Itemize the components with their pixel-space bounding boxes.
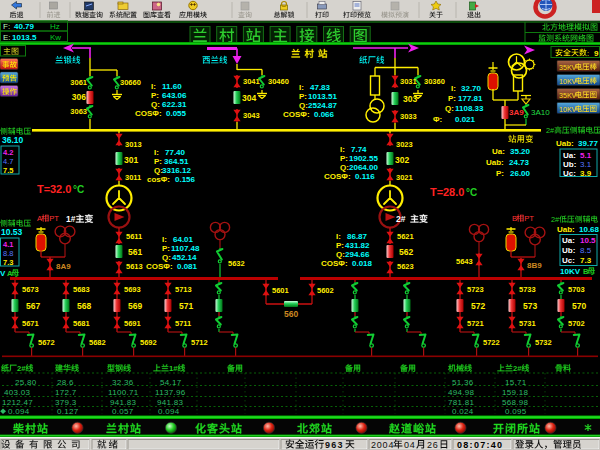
svg-text:0.055: 0.055 (166, 109, 187, 118)
svg-text:P:: P: (151, 91, 159, 100)
svg-text:561: 561 (128, 247, 142, 257)
svg-text:0.057: 0.057 (112, 407, 134, 416)
svg-text:562: 562 (399, 247, 413, 257)
svg-text:35KV: 35KV (559, 64, 577, 72)
svg-text:560: 560 (284, 309, 298, 319)
svg-text:I:: I: (336, 232, 341, 241)
svg-text:Ua:: Ua: (563, 151, 576, 160)
svg-text:PT: PT (524, 214, 534, 223)
svg-text:572: 572 (471, 301, 485, 311)
svg-text:0.018: 0.018 (352, 259, 373, 268)
svg-text:0.066: 0.066 (314, 110, 335, 119)
svg-text:P:: P: (496, 169, 504, 178)
svg-text:°C: °C (73, 184, 84, 195)
svg-text:304: 304 (242, 93, 256, 103)
svg-text:28.6: 28.6 (57, 378, 74, 387)
svg-text:V: V (0, 269, 6, 278)
svg-text:Kw: Kw (50, 33, 61, 42)
svg-text:P:: P: (162, 244, 170, 253)
svg-text:4.1: 4.1 (3, 240, 13, 249)
svg-text:10KV: 10KV (559, 78, 577, 86)
svg-text:32.70: 32.70 (461, 84, 482, 93)
svg-text:573: 573 (523, 301, 537, 311)
svg-text:26.00: 26.00 (510, 169, 531, 178)
svg-text:9: 9 (594, 49, 599, 58)
svg-text:3A10: 3A10 (531, 108, 550, 117)
svg-text:08:07:40: 08:07:40 (457, 440, 503, 450)
svg-text:1212.47: 1212.47 (2, 398, 33, 407)
svg-text:28.0: 28.0 (443, 186, 464, 198)
svg-text:172.7: 172.7 (55, 388, 77, 397)
svg-text:°C: °C (466, 187, 477, 198)
svg-text:I:: I: (162, 235, 167, 244)
svg-text:64.01: 64.01 (173, 235, 194, 244)
svg-text:10KV: 10KV (560, 267, 581, 276)
svg-text:5621: 5621 (397, 232, 414, 241)
svg-text:5711: 5711 (175, 319, 191, 328)
svg-text:PT: PT (49, 214, 59, 223)
svg-text:10.5: 10.5 (580, 236, 596, 245)
svg-text:3.9: 3.9 (580, 169, 592, 178)
svg-text:159.18: 159.18 (502, 388, 529, 397)
svg-text:452.14: 452.14 (172, 253, 197, 262)
svg-text:1#: 1# (169, 364, 178, 373)
svg-text:P:: P: (336, 241, 344, 250)
svg-text:Uab:: Uab: (486, 158, 504, 167)
svg-text:36.10: 36.10 (2, 135, 24, 145)
svg-text:30360: 30360 (424, 77, 445, 86)
svg-text:I:: I: (154, 148, 159, 157)
svg-text:941.83: 941.83 (157, 398, 184, 407)
svg-text:Ua:: Ua: (492, 147, 505, 156)
svg-text:I:: I: (340, 145, 345, 154)
svg-text:10.68: 10.68 (579, 225, 600, 234)
svg-text:3043: 3043 (243, 111, 260, 120)
svg-text::: : (587, 49, 589, 58)
svg-text:1137.96: 1137.96 (155, 388, 186, 397)
svg-text:A: A (7, 269, 13, 278)
svg-text:1100.71: 1100.71 (108, 388, 139, 397)
svg-text:3316.12: 3316.12 (162, 166, 191, 175)
svg-text:3021: 3021 (396, 173, 413, 182)
svg-text:3023: 3023 (396, 140, 413, 149)
svg-text:3011: 3011 (125, 173, 141, 182)
svg-text:5733: 5733 (519, 285, 536, 294)
svg-text:570: 570 (572, 301, 586, 311)
svg-text:379.3: 379.3 (55, 398, 77, 407)
svg-text:3061: 3061 (70, 78, 87, 87)
svg-text:571: 571 (179, 301, 193, 311)
svg-text:5732: 5732 (535, 338, 552, 347)
svg-text:1902.55: 1902.55 (349, 154, 378, 163)
svg-text:431.82: 431.82 (345, 241, 370, 250)
svg-text:303: 303 (403, 94, 417, 104)
svg-text:306: 306 (72, 92, 86, 102)
svg-text:0.021: 0.021 (455, 115, 476, 124)
svg-text:I:: I: (299, 83, 304, 92)
svg-text:3031: 3031 (400, 77, 417, 86)
svg-text:1#: 1# (66, 214, 76, 224)
svg-text:364.51: 364.51 (164, 157, 189, 166)
svg-text:Q:: Q: (445, 104, 454, 113)
svg-text:COSΦ:: COSΦ: (324, 172, 351, 181)
svg-text:5623: 5623 (397, 262, 414, 271)
svg-text:35KV: 35KV (559, 92, 577, 100)
svg-text:5613: 5613 (126, 262, 143, 271)
svg-text:941.83: 941.83 (110, 398, 137, 407)
svg-text:5702: 5702 (568, 319, 585, 328)
svg-text:T=: T= (37, 183, 50, 195)
svg-text:8A9: 8A9 (56, 262, 71, 271)
svg-text:54.17: 54.17 (160, 378, 182, 387)
svg-text:5722: 5722 (483, 338, 500, 347)
svg-text:5681: 5681 (73, 319, 90, 328)
svg-text:11.60: 11.60 (162, 82, 182, 91)
svg-text:0.116: 0.116 (355, 172, 375, 181)
svg-text:7.3: 7.3 (3, 258, 13, 267)
svg-text:COSΦ:: COSΦ: (321, 259, 348, 268)
svg-text:26: 26 (427, 440, 439, 450)
svg-text:77.40: 77.40 (165, 148, 186, 157)
svg-text:5643: 5643 (456, 257, 473, 266)
svg-text:5683: 5683 (73, 285, 90, 294)
svg-text:7.5: 7.5 (3, 166, 13, 175)
svg-text:0.127: 0.127 (57, 407, 79, 416)
svg-text:COSΦ:: COSΦ: (283, 110, 310, 119)
svg-text:2#: 2# (396, 214, 406, 224)
